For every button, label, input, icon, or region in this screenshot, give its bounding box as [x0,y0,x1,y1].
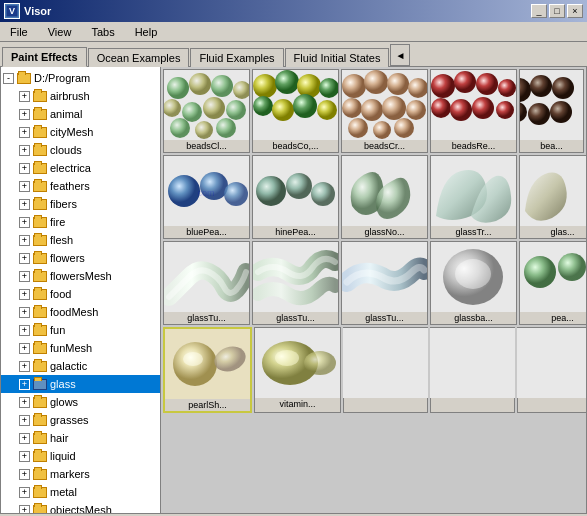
tree-toggle[interactable]: + [19,91,30,102]
list-item[interactable]: + metal [1,483,160,501]
list-item[interactable]: + hair [1,429,160,447]
thumbnail-glass-tube3[interactable]: glassTu... [341,241,428,325]
menu-help[interactable]: Help [129,24,164,40]
tree-toggle[interactable]: + [19,307,30,318]
svg-point-13 [253,74,277,98]
folder-icon [32,178,48,194]
svg-point-41 [530,75,552,97]
list-item[interactable]: + airbrush [1,87,160,105]
thumbnail-vitamin[interactable]: vitamin... [254,327,341,413]
tab-fluid-initial-states[interactable]: Fluid Initial States [285,48,390,67]
tab-ocean-examples[interactable]: Ocean Examples [88,48,190,67]
tree-root-toggle[interactable]: - [3,73,14,84]
svg-point-54 [455,259,491,289]
tree-toggle[interactable]: + [19,433,30,444]
svg-point-25 [342,98,362,118]
tree-toggle[interactable]: + [19,343,30,354]
tree-toggle[interactable]: + [19,469,30,480]
thumbnail-beads-cream[interactable]: beadsCr... [341,69,428,153]
tree-toggle[interactable]: + [19,199,30,210]
list-item[interactable]: + markers [1,465,160,483]
thumbnail-empty [430,327,515,413]
list-item[interactable]: + fire [1,213,160,231]
list-item[interactable]: + fun [1,321,160,339]
tab-scroll-arrow[interactable]: ◄ [390,44,410,66]
list-item[interactable]: + food [1,285,160,303]
thumbnail-beads-red[interactable]: beadsRe... [430,69,517,153]
tree-toggle[interactable]: + [19,235,30,246]
svg-point-4 [211,75,233,97]
thumbnail-glass-tr[interactable]: glassTr... [430,155,517,239]
folder-icon [32,484,48,500]
thumbnail-label: hinePea... [253,226,338,238]
thumbnail-glass-b[interactable]: glas... [519,155,586,239]
svg-point-5 [233,81,249,99]
svg-point-7 [182,102,202,122]
tree-toggle[interactable]: + [19,325,30,336]
tree-toggle[interactable]: + [19,181,30,192]
tree-toggle[interactable]: + [19,145,30,156]
tab-fluid-examples[interactable]: Fluid Examples [190,48,283,67]
list-item[interactable]: + flowersMesh [1,267,160,285]
folder-icon [32,142,48,158]
tab-paint-effects[interactable]: Paint Effects [2,47,87,67]
thumbnail-beads-clear[interactable]: beadsCl... [163,69,250,153]
svg-point-24 [408,78,427,98]
svg-point-29 [348,118,368,138]
tree-toggle[interactable]: + [19,451,30,462]
list-item[interactable]: + glows [1,393,160,411]
menu-view[interactable]: View [42,24,78,40]
tree-toggle[interactable]: + [19,361,30,372]
list-item-glass[interactable]: + glass [1,375,160,393]
list-item[interactable]: + flowers [1,249,160,267]
list-item[interactable]: + clouds [1,141,160,159]
thumbnail-beads-dark[interactable]: bea... [519,69,584,153]
list-item[interactable]: + objectsMesh [1,501,160,513]
list-item[interactable]: + feathers [1,177,160,195]
svg-point-10 [170,118,190,138]
thumbnail-pea-small[interactable]: pea... [519,241,586,325]
tree-toggle[interactable]: + [19,487,30,498]
list-item[interactable]: + flesh [1,231,160,249]
thumbnail-beads-color[interactable]: beadsCo,... [252,69,339,153]
tree-toggle[interactable]: + [19,379,30,390]
list-item[interactable]: + cityMesh [1,123,160,141]
folder-icon [32,502,48,513]
tree-toggle[interactable]: + [19,289,30,300]
maximize-button[interactable]: □ [549,4,565,18]
tree-toggle[interactable]: + [19,415,30,426]
tree-toggle[interactable]: + [19,253,30,264]
tree-toggle[interactable]: + [19,271,30,282]
tree-toggle[interactable]: + [19,163,30,174]
close-button[interactable]: × [567,4,583,18]
thumbnail-label: pearlSh... [165,399,250,411]
thumbnail-glass-tube2[interactable]: glassTu... [252,241,339,325]
minimize-button[interactable]: _ [531,4,547,18]
thumbnail-glass-tube1[interactable]: glassTu... [163,241,250,325]
tree-toggle[interactable]: + [19,397,30,408]
list-item[interactable]: + liquid [1,447,160,465]
thumbnail-image [517,328,586,398]
tree-toggle[interactable]: + [19,127,30,138]
list-item[interactable]: + electrica [1,159,160,177]
list-item[interactable]: + animal [1,105,160,123]
menu-file[interactable]: File [4,24,34,40]
tree-root-item[interactable]: - D:/Program [1,69,160,87]
thumbnail-image [430,328,515,398]
thumbnail-glass-no[interactable]: glassNo... [341,155,428,239]
list-item[interactable]: + foodMesh [1,303,160,321]
list-item[interactable]: + grasses [1,411,160,429]
svg-point-17 [253,96,273,116]
list-item[interactable]: + funMesh [1,339,160,357]
svg-point-3 [189,73,211,95]
thumbnail-hine-pea[interactable]: hinePea... [252,155,339,239]
tree-toggle[interactable]: + [19,505,30,514]
tree-toggle[interactable]: + [19,217,30,228]
menu-tabs[interactable]: Tabs [85,24,120,40]
thumbnail-glass-ba[interactable]: glassba... [430,241,517,325]
list-item[interactable]: + fibers [1,195,160,213]
thumbnail-blue-pea[interactable]: com bluePea... [163,155,250,239]
thumbnail-pearl-sh[interactable]: pearlSh... [163,327,252,413]
tree-toggle[interactable]: + [19,109,30,120]
list-item[interactable]: + galactic [1,357,160,375]
